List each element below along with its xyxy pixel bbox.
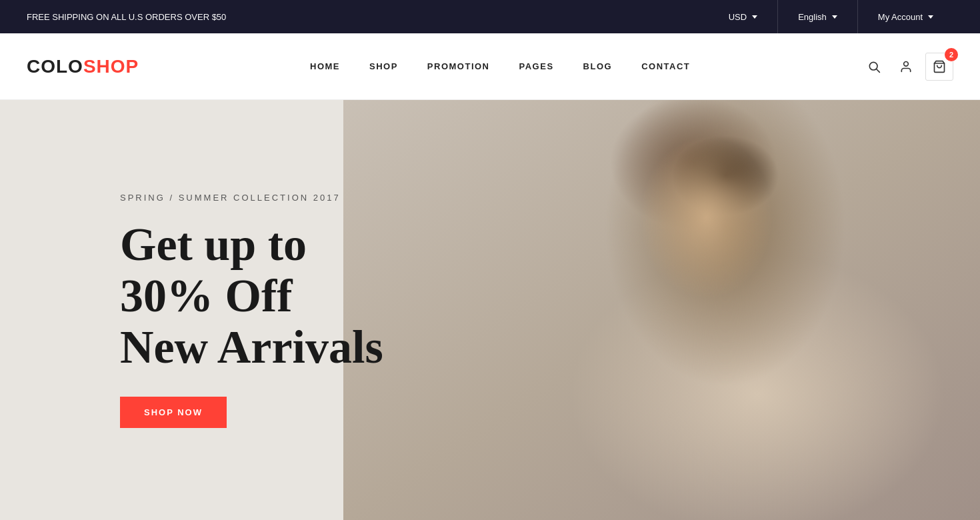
svg-point-2	[904, 61, 909, 66]
shipping-notice: FREE SHIPPING ON ALL U.S ORDERS OVER $50	[27, 12, 709, 22]
logo-colo: COLO	[27, 56, 83, 77]
cart-icon	[933, 60, 946, 73]
currency-selector[interactable]: USD	[709, 0, 777, 33]
nav-actions: 2	[861, 53, 953, 81]
top-bar-right: USD English My Account	[709, 0, 953, 33]
nav-home[interactable]: HOME	[295, 33, 355, 100]
chevron-down-icon	[928, 15, 933, 19]
top-bar: FREE SHIPPING ON ALL U.S ORDERS OVER $50…	[0, 0, 980, 33]
logo-shop: SHOP	[83, 56, 139, 77]
hero-title-line2: New Arrivals	[120, 321, 383, 373]
cart-count: 2	[945, 48, 958, 61]
hero-background	[343, 100, 981, 520]
shop-now-button[interactable]: SHOP NOW	[120, 397, 227, 428]
nav-pages[interactable]: PAGES	[505, 33, 569, 100]
svg-line-1	[877, 69, 880, 72]
search-button[interactable]	[861, 54, 887, 79]
user-icon	[899, 60, 913, 73]
chevron-down-icon	[832, 15, 837, 19]
language-selector[interactable]: English	[777, 0, 857, 33]
nav-shop[interactable]: SHOP	[355, 33, 413, 100]
search-icon	[867, 60, 881, 73]
account-button[interactable]	[893, 54, 919, 79]
account-label: My Account	[878, 12, 923, 22]
hero-content: SPRING / SUMMER COLLECTION 2017 Get up t…	[0, 193, 400, 428]
language-label: English	[798, 12, 827, 22]
nav-links: HOME SHOP PROMOTION PAGES BLOG CONTACT	[295, 33, 705, 100]
cart-button[interactable]: 2	[925, 53, 953, 81]
nav-contact[interactable]: CONTACT	[627, 33, 705, 100]
main-navigation: COLOSHOP HOME SHOP PROMOTION PAGES BLOG …	[0, 33, 980, 100]
hero-section: SPRING / SUMMER COLLECTION 2017 Get up t…	[0, 100, 980, 520]
hero-model-image	[343, 100, 981, 520]
nav-blog[interactable]: BLOG	[569, 33, 627, 100]
hero-title-line1: Get up to 30% Off	[120, 219, 307, 321]
chevron-down-icon	[752, 15, 757, 19]
hero-title: Get up to 30% Off New Arrivals	[120, 219, 400, 373]
currency-label: USD	[729, 12, 747, 22]
nav-promotion[interactable]: PROMOTION	[413, 33, 505, 100]
hero-subtitle: SPRING / SUMMER COLLECTION 2017	[120, 193, 400, 203]
site-logo[interactable]: COLOSHOP	[27, 56, 139, 77]
my-account-selector[interactable]: My Account	[857, 0, 953, 33]
